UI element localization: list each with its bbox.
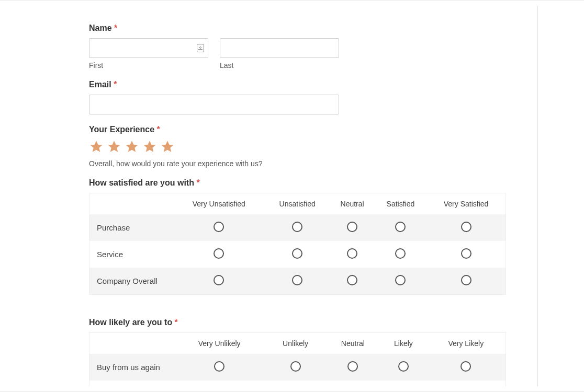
satisfaction-header-blank (89, 193, 173, 215)
likelihood-cell (325, 354, 380, 381)
satisfaction-radio[interactable] (214, 275, 224, 285)
name-label: Name * (89, 24, 537, 33)
likelihood-radio[interactable] (398, 361, 409, 372)
likelihood-column-header: Likely (380, 333, 426, 354)
satisfaction-cell (426, 268, 506, 295)
likelihood-cell (380, 381, 426, 386)
satisfaction-row: Purchase (89, 214, 506, 241)
likelihood-label: How likely are you to * (89, 318, 537, 327)
satisfaction-radio[interactable] (461, 275, 471, 285)
likelihood-header-blank (89, 333, 173, 354)
satisfaction-radio[interactable] (292, 275, 302, 285)
likelihood-cell (266, 381, 325, 386)
experience-hint: Overall, how would you rate your experie… (89, 159, 537, 168)
satisfaction-radio[interactable] (347, 222, 357, 232)
likelihood-cell (325, 381, 380, 386)
satisfaction-cell (173, 241, 265, 268)
satisfaction-radio[interactable] (292, 222, 302, 232)
satisfaction-matrix: Very UnsatisfiedUnsatisfiedNeutralSatisf… (89, 193, 506, 295)
satisfaction-column-header: Neutral (330, 193, 374, 215)
required-marker: * (175, 318, 178, 327)
likelihood-cell (173, 354, 266, 381)
star-icon[interactable] (142, 140, 157, 154)
email-label-text: Email (89, 80, 111, 89)
likelihood-column-header: Neutral (325, 333, 380, 354)
first-name-sublabel: First (89, 61, 208, 70)
likelihood-radio[interactable] (347, 361, 358, 372)
email-input[interactable] (89, 95, 339, 114)
first-name-input[interactable] (89, 38, 208, 58)
satisfaction-column-header: Satisfied (375, 193, 426, 215)
satisfaction-radio[interactable] (214, 248, 224, 259)
satisfaction-row-label: Service (89, 241, 173, 268)
likelihood-matrix: Very UnlikelyUnlikelyNeutralLikelyVery L… (89, 332, 506, 386)
satisfaction-column-header: Very Satisfied (426, 193, 506, 215)
satisfaction-row: Company Overall (89, 268, 506, 295)
satisfaction-radio[interactable] (347, 275, 357, 285)
star-icon[interactable] (160, 140, 175, 154)
satisfaction-cell (330, 268, 374, 295)
likelihood-cell (380, 354, 426, 381)
satisfaction-radio[interactable] (292, 248, 302, 259)
last-name-input[interactable] (220, 38, 339, 58)
likelihood-column-header: Very Unlikely (173, 333, 266, 354)
satisfaction-radio[interactable] (395, 248, 406, 259)
email-field: Email * (89, 80, 537, 114)
satisfaction-field: How satisfied are you with * Very Unsati… (89, 178, 537, 295)
likelihood-radio[interactable] (461, 361, 471, 372)
satisfaction-cell (265, 214, 330, 241)
satisfaction-radio[interactable] (214, 222, 224, 232)
satisfaction-row: Service (89, 241, 506, 268)
star-icon[interactable] (125, 140, 139, 154)
satisfaction-cell (330, 214, 374, 241)
email-label: Email * (89, 80, 537, 89)
likelihood-cell (426, 381, 506, 386)
contact-autofill-icon (197, 44, 204, 52)
likelihood-row: Recommend our product to others (89, 381, 506, 386)
satisfaction-cell (375, 214, 426, 241)
satisfaction-cell (426, 214, 506, 241)
likelihood-row: Buy from us again (89, 354, 506, 381)
satisfaction-column-header: Unsatisfied (265, 193, 330, 215)
likelihood-cell (173, 381, 266, 386)
likelihood-cell (426, 354, 506, 381)
satisfaction-cell (173, 214, 265, 241)
experience-label: Your Experience * (89, 125, 537, 134)
required-marker: * (157, 125, 160, 134)
satisfaction-radio[interactable] (395, 275, 406, 285)
required-marker: * (114, 80, 117, 89)
satisfaction-radio[interactable] (395, 222, 406, 232)
experience-field: Your Experience * Overall, how would you… (89, 125, 537, 168)
likelihood-cell (266, 354, 325, 381)
last-name-sublabel: Last (220, 61, 339, 70)
required-marker: * (196, 178, 199, 187)
experience-label-text: Your Experience (89, 125, 154, 134)
star-icon[interactable] (89, 140, 104, 154)
satisfaction-label: How satisfied are you with * (89, 178, 537, 188)
satisfaction-radio[interactable] (461, 248, 471, 259)
likelihood-row-label: Buy from us again (89, 354, 173, 381)
satisfaction-column-header: Very Unsatisfied (173, 193, 265, 215)
name-label-text: Name (89, 24, 112, 32)
satisfaction-cell (330, 241, 374, 268)
likelihood-radio[interactable] (290, 361, 301, 372)
satisfaction-row-label: Purchase (89, 214, 173, 241)
satisfaction-radio[interactable] (461, 222, 471, 232)
satisfaction-cell (265, 268, 330, 295)
likelihood-column-header: Unlikely (266, 333, 325, 354)
likelihood-column-header: Very Likely (426, 333, 506, 354)
satisfaction-cell (173, 268, 265, 295)
likelihood-label-text: How likely are you to (89, 318, 172, 327)
star-rating (89, 140, 537, 154)
satisfaction-radio[interactable] (347, 248, 357, 259)
star-icon[interactable] (107, 140, 121, 154)
satisfaction-cell (426, 241, 506, 268)
likelihood-row-label: Recommend our product to others (89, 381, 173, 386)
satisfaction-cell (375, 268, 426, 295)
name-field: Name * First L (89, 24, 537, 70)
likelihood-field: How likely are you to * Very UnlikelyUnl… (89, 318, 537, 386)
likelihood-radio[interactable] (214, 361, 224, 372)
satisfaction-row-label: Company Overall (89, 268, 173, 295)
satisfaction-label-text: How satisfied are you with (89, 178, 194, 187)
satisfaction-cell (265, 241, 330, 268)
